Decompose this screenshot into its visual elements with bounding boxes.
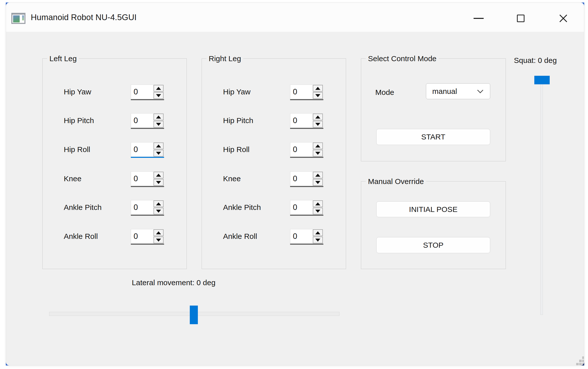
spin-buttons: [153, 142, 164, 157]
arrow-down-icon: [156, 239, 161, 242]
arrow-down-icon: [315, 239, 320, 242]
arrow-up-icon: [156, 174, 161, 177]
app-icon-pane: [13, 15, 20, 22]
joint-row: Hip Yaw0: [43, 85, 187, 100]
spin-buttons: [313, 85, 323, 99]
joint-row: Ankle Roll0: [43, 229, 187, 245]
spin-buttons: [313, 200, 323, 215]
initial-pose-button[interactable]: INITIAL POSE: [376, 201, 490, 217]
spin-up-button[interactable]: [153, 172, 164, 178]
spin-underline: [290, 157, 323, 158]
arrow-down-icon: [156, 210, 161, 213]
spin-buttons: [153, 85, 164, 99]
right-leg-hip-pitch-spinbox: 0: [290, 113, 323, 129]
left-leg-knee-input[interactable]: 0: [131, 171, 153, 186]
left-leg-hip-yaw-input[interactable]: 0: [131, 85, 153, 99]
spin-down-button[interactable]: [313, 92, 323, 99]
spin-buttons: [153, 200, 164, 215]
maximize-button[interactable]: [513, 11, 528, 26]
grip-dot: [576, 363, 579, 365]
spin-down-button[interactable]: [153, 150, 164, 157]
arrow-down-icon: [156, 152, 161, 155]
right-leg-knee-input[interactable]: 0: [290, 171, 313, 186]
right-leg-hip-roll-label: Hip Roll: [223, 142, 250, 157]
spin-down-button[interactable]: [313, 208, 323, 214]
spin-down-button[interactable]: [313, 237, 323, 243]
right-leg-hip-pitch-input[interactable]: 0: [290, 113, 313, 128]
right-leg-ankle-roll-label: Ankle Roll: [223, 229, 257, 244]
right-leg-ankle-pitch-label: Ankle Pitch: [223, 200, 261, 215]
left-leg-ankle-roll-label: Ankle Roll: [64, 229, 98, 244]
spin-down-button[interactable]: [153, 92, 164, 99]
left-leg-rows: Hip Yaw0Hip Pitch0Hip Roll0Knee0Ankle Pi…: [43, 59, 187, 269]
arrow-down-icon: [315, 210, 320, 213]
left-leg-knee-spinbox: 0: [131, 171, 164, 187]
right-leg-ankle-roll-spinbox: 0: [290, 229, 323, 245]
start-button[interactable]: START: [376, 129, 490, 145]
left-leg-ankle-roll-input[interactable]: 0: [131, 229, 153, 244]
spin-up-button[interactable]: [153, 114, 164, 120]
spin-up-button[interactable]: [313, 85, 323, 92]
spin-underline: [290, 244, 323, 245]
spin-up-button[interactable]: [153, 142, 164, 149]
stop-button[interactable]: STOP: [376, 237, 490, 253]
close-icon: [558, 13, 569, 24]
left-leg-hip-roll-input[interactable]: 0: [131, 142, 153, 157]
left-leg-ankle-pitch-input[interactable]: 0: [131, 200, 153, 215]
spin-down-button[interactable]: [313, 121, 323, 128]
spin-underline: [290, 99, 323, 100]
spin-down-button[interactable]: [153, 208, 164, 214]
left-leg-hip-pitch-label: Hip Pitch: [64, 113, 94, 128]
spin-up-button[interactable]: [313, 142, 323, 149]
minimize-button[interactable]: [471, 11, 486, 26]
spin-down-button[interactable]: [153, 121, 164, 128]
spin-down-button[interactable]: [153, 237, 164, 243]
left-leg-ankle-roll-spinbox: 0: [131, 229, 164, 245]
spin-buttons: [153, 229, 164, 244]
right-leg-knee-spinbox: 0: [290, 171, 323, 187]
left-leg-hip-yaw-spinbox: 0: [131, 85, 164, 100]
left-leg-hip-yaw-label: Hip Yaw: [64, 85, 91, 99]
right-leg-hip-roll-input[interactable]: 0: [290, 142, 313, 157]
maximize-icon: [517, 15, 524, 22]
spin-up-button[interactable]: [153, 85, 164, 92]
spin-underline: [290, 186, 323, 187]
left-leg-hip-pitch-input[interactable]: 0: [131, 113, 153, 128]
lateral-slider-handle[interactable]: [190, 306, 198, 324]
arrow-up-icon: [156, 202, 161, 205]
arrow-up-icon: [315, 87, 320, 90]
spin-up-button[interactable]: [153, 200, 164, 207]
spin-up-button[interactable]: [313, 172, 323, 178]
spin-up-button[interactable]: [153, 229, 164, 236]
right-leg-ankle-roll-input[interactable]: 0: [290, 229, 313, 244]
manual-override-groupbox: Manual Override INITIAL POSE STOP: [361, 181, 506, 269]
spin-up-button[interactable]: [313, 229, 323, 236]
joint-row: Ankle Roll0: [202, 229, 346, 245]
squat-slider[interactable]: [540, 78, 543, 315]
arrow-up-icon: [315, 144, 320, 147]
spin-down-button[interactable]: [313, 179, 323, 186]
arrow-down-icon: [315, 123, 320, 126]
right-leg-ankle-pitch-input[interactable]: 0: [290, 200, 313, 215]
close-button[interactable]: [556, 11, 571, 26]
spin-underline: [290, 215, 323, 216]
titlebar: Humanoid Robot NU-4.5GUI: [6, 3, 584, 32]
spin-up-button[interactable]: [313, 200, 323, 207]
right-leg-hip-yaw-input[interactable]: 0: [290, 85, 313, 99]
joint-row: Hip Roll0: [43, 142, 187, 158]
left-leg-ankle-pitch-spinbox: 0: [131, 200, 164, 216]
left-leg-hip-roll-label: Hip Roll: [64, 142, 90, 157]
left-leg-hip-roll-spinbox: 0: [131, 142, 164, 158]
spin-up-button[interactable]: [313, 114, 323, 120]
lateral-movement-label: Lateral movement: 0 deg: [118, 278, 229, 287]
arrow-up-icon: [156, 87, 161, 90]
spin-underline: [131, 99, 164, 100]
spin-down-button[interactable]: [313, 150, 323, 157]
joint-row: Hip Roll0: [202, 142, 346, 158]
mode-select[interactable]: manual: [426, 83, 490, 99]
spin-down-button[interactable]: [153, 179, 164, 186]
joint-row: Hip Pitch0: [43, 113, 187, 129]
app-icon-stripe: [22, 15, 24, 20]
arrow-down-icon: [315, 181, 320, 184]
squat-slider-handle[interactable]: [534, 76, 550, 84]
